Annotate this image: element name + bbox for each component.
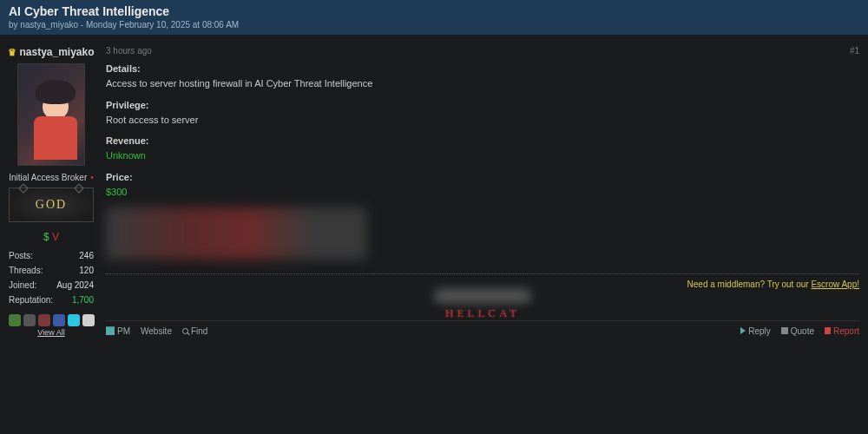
thread-header: AI Cyber Threat Intelligence by nastya_m… <box>0 0 868 36</box>
price-label: Price: <box>106 171 859 184</box>
privilege-value: Root access to server <box>106 114 859 127</box>
badge-icon <box>9 314 21 326</box>
escrow-link[interactable]: Escrow App! <box>811 279 859 289</box>
dollar-icon: $ <box>43 231 49 243</box>
details-label: Details: <box>106 62 859 76</box>
post: ♛ nastya_miyako Initial Access Broker• G… <box>0 46 868 338</box>
thread-byline: by nastya_miyako - Monday February 10, 2… <box>9 20 859 30</box>
status-icons: $ V <box>5 231 97 243</box>
post-number-link[interactable]: #1 <box>850 46 859 56</box>
signature-text: HELLCAT <box>445 306 520 320</box>
badge-icon <box>82 314 95 326</box>
rank-badge: GOD <box>9 187 94 222</box>
reply-button[interactable]: Reply <box>740 326 771 336</box>
user-stats: Posts:246 Threads:120 Joined:Aug 2024 Re… <box>9 248 94 307</box>
author-username[interactable]: ♛ nastya_miyako <box>8 46 94 58</box>
user-title: Initial Access Broker• <box>5 173 97 182</box>
redacted-inline <box>435 289 530 303</box>
revenue-value: Unknown <box>106 149 859 162</box>
badge-icon <box>68 314 80 326</box>
redacted-block <box>106 207 366 260</box>
website-button[interactable]: Website <box>141 326 172 336</box>
signature-area: HELLCAT <box>106 289 859 320</box>
escrow-notice: Need a middleman? Try out our Escrow App… <box>106 279 859 289</box>
thread-title: AI Cyber Threat Intelligence <box>9 4 859 18</box>
reply-icon <box>740 327 746 334</box>
revenue-label: Revenue: <box>106 135 859 148</box>
post-footer: PM Website Find Reply Quote Report <box>106 320 859 338</box>
author-name-text: nastya_miyako <box>19 46 94 58</box>
badge-icon <box>23 314 36 326</box>
post-body: Details: Access to server hosting firewa… <box>106 62 859 260</box>
badge-icon <box>53 314 65 326</box>
crown-icon: ♛ <box>8 47 16 58</box>
find-button[interactable]: Find <box>182 326 207 336</box>
pm-button[interactable]: PM <box>106 326 130 336</box>
flag-icon <box>825 327 831 334</box>
divider <box>106 273 859 274</box>
achievement-badges <box>5 314 97 326</box>
v-icon: V <box>52 231 59 243</box>
privilege-label: Privilege: <box>106 99 859 112</box>
author-panel: ♛ nastya_miyako Initial Access Broker• G… <box>0 46 102 338</box>
view-all-link[interactable]: View All <box>5 328 97 337</box>
quote-button[interactable]: Quote <box>781 326 814 336</box>
envelope-icon <box>106 326 115 335</box>
badge-icon <box>38 314 50 326</box>
post-content: 3 hours ago #1 Details: Access to server… <box>102 46 868 338</box>
price-value: $300 <box>106 186 859 199</box>
avatar[interactable] <box>17 63 85 166</box>
details-value: Access to server hosting firewall in AI … <box>106 77 859 90</box>
search-icon <box>182 328 188 334</box>
quote-icon <box>781 327 788 334</box>
report-button[interactable]: Report <box>825 326 859 336</box>
post-timestamp: 3 hours ago <box>106 46 152 56</box>
